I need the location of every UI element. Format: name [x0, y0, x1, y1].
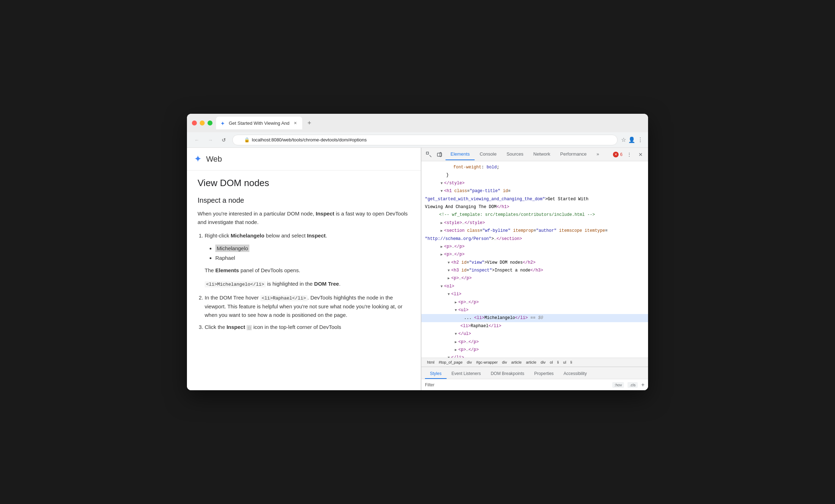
menu-icon[interactable]: ⋮ [637, 136, 643, 143]
breadcrumb-div1[interactable]: div [465, 360, 474, 364]
raphael-code: <li>Raphael</li> [260, 295, 308, 301]
breadcrumb-html[interactable]: html [425, 360, 437, 364]
breadcrumb-li1[interactable]: li [555, 360, 561, 364]
breadcrumb-bar: html #top_of_page div #gc-wrapper div ar… [421, 358, 648, 367]
page-content: ✦ Web View DOM nodes Inspect a node When… [187, 148, 421, 390]
tab-more[interactable]: » [592, 149, 604, 160]
breadcrumb-li2[interactable]: li [568, 360, 574, 364]
step2-text: In the DOM Tree hover <li>Raphael</li>. … [205, 295, 402, 318]
dom-line: <li>Raphael</li> [421, 322, 648, 330]
elements-bold: Elements [215, 267, 239, 273]
filter-bar: Filter :hov .cls + [421, 379, 648, 390]
page-heading3: Inspect a node [198, 196, 410, 205]
raphael-item: Raphael [215, 253, 410, 263]
dom-line: <h3 id="inspect">Inspect a node</h3> [421, 267, 648, 274]
tab-performance[interactable]: Performance [555, 149, 591, 160]
tab-properties[interactable]: Properties [529, 369, 559, 379]
dom-line: font-weight: bold; [421, 163, 648, 171]
maximize-traffic-light[interactable] [208, 121, 212, 125]
active-tab[interactable]: ✦ Get Started With Viewing And ✕ [216, 117, 302, 129]
inspect-bold-2: Inspect [227, 324, 245, 330]
tab-console[interactable]: Console [475, 149, 502, 160]
bookmark-icon[interactable]: ☆ [621, 136, 626, 143]
dom-line: <p>…</p> [421, 251, 648, 258]
page-heading2: View DOM nodes [198, 178, 410, 189]
tab-sources[interactable]: Sources [502, 149, 529, 160]
site-name: Web [206, 155, 222, 164]
refresh-button[interactable]: ↺ [219, 135, 229, 145]
tab-event-listeners[interactable]: Event Listeners [447, 369, 486, 379]
cls-filter-badge[interactable]: .cls [627, 382, 638, 388]
tab-dom-breakpoints[interactable]: DOM Breakpoints [486, 369, 529, 379]
dom-line: </style> [421, 179, 648, 187]
breadcrumb-gc-wrapper[interactable]: #gc-wrapper [474, 360, 500, 364]
dom-line: </ul> [421, 330, 648, 338]
devtools-tabs: Elements Console Sources Network Perform… [446, 149, 612, 160]
breadcrumb-div2[interactable]: div [500, 360, 509, 364]
dom-line: <p>…</p> [421, 274, 648, 282]
dom-line: <p>…</p> [421, 298, 648, 306]
breadcrumb-ul[interactable]: ul [561, 360, 569, 364]
svg-rect-0 [426, 152, 428, 154]
breadcrumb-ol[interactable]: ol [548, 360, 555, 364]
svg-rect-1 [437, 153, 442, 156]
step1-result: The Elements panel of DevTools opens. [205, 266, 410, 275]
dom-highlighted-line: ... <li>Michelangelo</li> == $0 [421, 314, 648, 322]
inspect-bold: Inspect [307, 233, 326, 239]
browser-window: ✦ Get Started With Viewing And ✕ + ← → ↺… [187, 114, 648, 390]
new-tab-button[interactable]: + [304, 118, 314, 128]
page-body: View DOM nodes Inspect a node When you'r… [187, 170, 421, 343]
close-traffic-light[interactable] [192, 121, 197, 125]
back-button[interactable]: ← [192, 135, 202, 145]
name-list: Michelangelo Raphael [205, 243, 410, 263]
devtools-close-button[interactable]: ✕ [636, 150, 645, 159]
site-logo-icon: ✦ [194, 153, 202, 164]
breadcrumb-article1[interactable]: article [509, 360, 524, 364]
dom-line: <h1 class="page-title" id= [421, 187, 648, 195]
device-toolbar-button[interactable] [435, 150, 444, 159]
dom-line: <ol> [421, 282, 648, 290]
devtools-more-button[interactable]: ⋮ [625, 150, 634, 159]
address-text: localhost:8080/web/tools/chrome-devtools… [252, 137, 367, 142]
error-badge[interactable]: ✕ 6 [613, 152, 623, 157]
page-header: ✦ Web [187, 148, 421, 170]
hov-filter-badge[interactable]: :hov [612, 382, 624, 388]
breadcrumb-div3[interactable]: div [538, 360, 548, 364]
steps-list: Right-click Michelangelo below and selec… [198, 231, 410, 331]
error-count: 6 [620, 152, 623, 157]
dom-line: <p>…</p> [421, 338, 648, 346]
michelangelo-highlighted: Michelangelo [215, 245, 249, 252]
address-bar: ← → ↺ 🔒 localhost:8080/web/tools/chrome-… [187, 132, 648, 148]
step-2: In the DOM Tree hover <li>Raphael</li>. … [205, 293, 410, 319]
tab-accessibility[interactable]: Accessibility [559, 369, 592, 379]
tab-elements[interactable]: Elements [446, 149, 475, 160]
dom-line: "http://schema.org/Person">…</section> [421, 235, 648, 243]
tab-styles[interactable]: Styles [425, 369, 447, 379]
breadcrumb-top[interactable]: #top_of_page [437, 360, 465, 364]
select-element-button[interactable] [424, 150, 433, 159]
breadcrumb-article2[interactable]: article [524, 360, 538, 364]
tab-network[interactable]: Network [529, 149, 555, 160]
dom-tree: font-weight: bold; } </style> <h1 class=… [421, 161, 648, 358]
dom-line: Viewing And Changing The DOM</h1> [421, 203, 648, 211]
traffic-lights [192, 121, 212, 125]
add-filter-button[interactable]: + [641, 382, 645, 388]
minimize-traffic-light[interactable] [200, 121, 205, 125]
profile-icon[interactable]: 👤 [628, 136, 635, 143]
tab-title: Get Started With Viewing And [229, 121, 289, 126]
filter-input[interactable]: Filter [425, 382, 609, 387]
address-input[interactable]: 🔒 localhost:8080/web/tools/chrome-devtoo… [232, 135, 618, 145]
devtools-right-controls: ✕ 6 ⋮ ✕ [613, 150, 645, 159]
devtools-panel: Elements Console Sources Network Perform… [421, 148, 648, 390]
tab-close-button[interactable]: ✕ [292, 120, 298, 126]
error-icon: ✕ [613, 152, 619, 157]
bottom-tabs: Styles Event Listeners DOM Breakpoints P… [421, 367, 648, 379]
step-1: Right-click Michelangelo below and selec… [205, 231, 410, 289]
intro-paragraph: When you're interested in a particular D… [198, 209, 410, 226]
dom-line: </li> [421, 354, 648, 358]
dom-line: <li> [421, 290, 648, 298]
dom-line: <section class="wf-byline" itemprop="aut… [421, 227, 648, 235]
dom-line: <p>…</p> [421, 346, 648, 354]
forward-button[interactable]: → [205, 135, 215, 145]
main-content: ✦ Web View DOM nodes Inspect a node When… [187, 148, 648, 390]
